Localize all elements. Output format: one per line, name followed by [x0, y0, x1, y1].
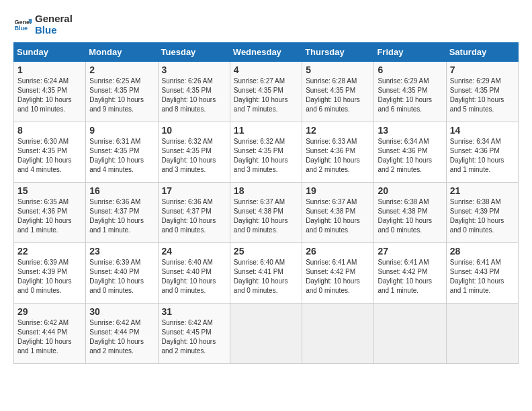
- day-cell: 6 Sunrise: 6:29 AM Sunset: 4:35 PM Dayli…: [374, 62, 446, 122]
- day-number: 26: [306, 246, 370, 257]
- svg-text:Blue: Blue: [14, 25, 28, 32]
- day-number: 28: [450, 246, 515, 257]
- day-detail: Sunrise: 6:35 AM Sunset: 4:36 PM Dayligh…: [17, 197, 82, 235]
- day-detail: Sunrise: 6:34 AM Sunset: 4:36 PM Dayligh…: [378, 137, 442, 175]
- day-number: 16: [89, 185, 154, 196]
- day-cell: 11 Sunrise: 6:32 AM Sunset: 4:35 PM Dayl…: [230, 122, 302, 183]
- day-number: 2: [89, 64, 154, 75]
- day-detail: Sunrise: 6:40 AM Sunset: 4:40 PM Dayligh…: [162, 258, 226, 295]
- week-row-4: 22 Sunrise: 6:39 AM Sunset: 4:39 PM Dayl…: [14, 243, 519, 304]
- day-cell: [230, 304, 302, 364]
- day-detail: Sunrise: 6:32 AM Sunset: 4:35 PM Dayligh…: [234, 137, 298, 175]
- day-cell: 21 Sunrise: 6:38 AM Sunset: 4:39 PM Dayl…: [446, 183, 518, 243]
- day-cell: 14 Sunrise: 6:34 AM Sunset: 4:36 PM Dayl…: [446, 122, 518, 183]
- day-cell: 7 Sunrise: 6:29 AM Sunset: 4:35 PM Dayli…: [446, 62, 518, 122]
- day-cell: 15 Sunrise: 6:35 AM Sunset: 4:36 PM Dayl…: [14, 183, 86, 243]
- day-cell: 24 Sunrise: 6:40 AM Sunset: 4:40 PM Dayl…: [158, 243, 230, 304]
- day-cell: 29 Sunrise: 6:42 AM Sunset: 4:44 PM Dayl…: [14, 304, 86, 364]
- day-number: 8: [17, 125, 82, 136]
- day-number: 20: [378, 185, 442, 196]
- header-row: SundayMondayTuesdayWednesdayThursdayFrid…: [14, 43, 519, 62]
- day-number: 1: [17, 64, 82, 75]
- day-number: 14: [450, 125, 515, 136]
- day-number: 19: [306, 185, 370, 196]
- day-number: 25: [234, 246, 298, 257]
- day-number: 29: [17, 306, 82, 317]
- col-header-saturday: Saturday: [446, 43, 518, 62]
- day-detail: Sunrise: 6:36 AM Sunset: 4:37 PM Dayligh…: [89, 197, 154, 235]
- day-cell: 25 Sunrise: 6:40 AM Sunset: 4:41 PM Dayl…: [230, 243, 302, 304]
- day-cell: 19 Sunrise: 6:37 AM Sunset: 4:38 PM Dayl…: [302, 183, 374, 243]
- day-detail: Sunrise: 6:39 AM Sunset: 4:40 PM Dayligh…: [89, 258, 154, 295]
- day-detail: Sunrise: 6:42 AM Sunset: 4:44 PM Dayligh…: [89, 318, 154, 356]
- day-detail: Sunrise: 6:42 AM Sunset: 4:45 PM Dayligh…: [162, 318, 226, 356]
- day-cell: 13 Sunrise: 6:34 AM Sunset: 4:36 PM Dayl…: [374, 122, 446, 183]
- day-number: 18: [234, 185, 298, 196]
- col-header-wednesday: Wednesday: [230, 43, 302, 62]
- day-number: 6: [378, 64, 442, 75]
- col-header-thursday: Thursday: [302, 43, 374, 62]
- week-row-3: 15 Sunrise: 6:35 AM Sunset: 4:36 PM Dayl…: [14, 183, 519, 243]
- day-cell: 4 Sunrise: 6:27 AM Sunset: 4:35 PM Dayli…: [230, 62, 302, 122]
- day-cell: 20 Sunrise: 6:38 AM Sunset: 4:38 PM Dayl…: [374, 183, 446, 243]
- day-number: 23: [89, 246, 154, 257]
- day-number: 21: [450, 185, 515, 196]
- day-detail: Sunrise: 6:36 AM Sunset: 4:37 PM Dayligh…: [162, 197, 226, 235]
- week-row-1: 1 Sunrise: 6:24 AM Sunset: 4:35 PM Dayli…: [14, 62, 519, 122]
- day-number: 27: [378, 246, 442, 257]
- day-cell: 2 Sunrise: 6:25 AM Sunset: 4:35 PM Dayli…: [86, 62, 158, 122]
- day-detail: Sunrise: 6:37 AM Sunset: 4:38 PM Dayligh…: [306, 197, 370, 235]
- day-cell: 30 Sunrise: 6:42 AM Sunset: 4:44 PM Dayl…: [86, 304, 158, 364]
- day-number: 4: [234, 64, 298, 75]
- day-detail: Sunrise: 6:24 AM Sunset: 4:35 PM Dayligh…: [17, 77, 82, 114]
- day-number: 15: [17, 185, 82, 196]
- day-cell: 31 Sunrise: 6:42 AM Sunset: 4:45 PM Dayl…: [158, 304, 230, 364]
- day-detail: Sunrise: 6:41 AM Sunset: 4:42 PM Dayligh…: [306, 258, 370, 295]
- day-detail: Sunrise: 6:27 AM Sunset: 4:35 PM Dayligh…: [234, 77, 298, 114]
- col-header-tuesday: Tuesday: [158, 43, 230, 62]
- day-detail: Sunrise: 6:41 AM Sunset: 4:43 PM Dayligh…: [450, 258, 515, 295]
- col-header-friday: Friday: [374, 43, 446, 62]
- day-number: 3: [162, 64, 226, 75]
- day-number: 11: [234, 125, 298, 136]
- col-header-monday: Monday: [86, 43, 158, 62]
- day-number: 5: [306, 64, 370, 75]
- col-header-sunday: Sunday: [14, 43, 86, 62]
- day-cell: 28 Sunrise: 6:41 AM Sunset: 4:43 PM Dayl…: [446, 243, 518, 304]
- day-detail: Sunrise: 6:29 AM Sunset: 4:35 PM Dayligh…: [450, 77, 515, 114]
- day-cell: 23 Sunrise: 6:39 AM Sunset: 4:40 PM Dayl…: [86, 243, 158, 304]
- day-cell: 17 Sunrise: 6:36 AM Sunset: 4:37 PM Dayl…: [158, 183, 230, 243]
- day-number: 22: [17, 246, 82, 257]
- day-cell: [446, 304, 518, 364]
- day-detail: Sunrise: 6:38 AM Sunset: 4:39 PM Dayligh…: [450, 197, 515, 235]
- week-row-5: 29 Sunrise: 6:42 AM Sunset: 4:44 PM Dayl…: [14, 304, 519, 364]
- calendar-table: SundayMondayTuesdayWednesdayThursdayFrid…: [13, 42, 519, 364]
- day-number: 12: [306, 125, 370, 136]
- day-detail: Sunrise: 6:33 AM Sunset: 4:36 PM Dayligh…: [306, 137, 370, 175]
- day-cell: 5 Sunrise: 6:28 AM Sunset: 4:35 PM Dayli…: [302, 62, 374, 122]
- day-number: 30: [89, 306, 154, 317]
- day-cell: 27 Sunrise: 6:41 AM Sunset: 4:42 PM Dayl…: [374, 243, 446, 304]
- day-detail: Sunrise: 6:39 AM Sunset: 4:39 PM Dayligh…: [17, 258, 82, 295]
- page-header: General Blue General Blue: [13, 13, 519, 36]
- day-detail: Sunrise: 6:28 AM Sunset: 4:35 PM Dayligh…: [306, 77, 370, 114]
- day-cell: 16 Sunrise: 6:36 AM Sunset: 4:37 PM Dayl…: [86, 183, 158, 243]
- day-cell: 10 Sunrise: 6:32 AM Sunset: 4:35 PM Dayl…: [158, 122, 230, 183]
- day-number: 31: [162, 306, 226, 317]
- day-cell: 18 Sunrise: 6:37 AM Sunset: 4:38 PM Dayl…: [230, 183, 302, 243]
- day-detail: Sunrise: 6:26 AM Sunset: 4:35 PM Dayligh…: [162, 77, 226, 114]
- day-detail: Sunrise: 6:40 AM Sunset: 4:41 PM Dayligh…: [234, 258, 298, 295]
- day-cell: 22 Sunrise: 6:39 AM Sunset: 4:39 PM Dayl…: [14, 243, 86, 304]
- day-detail: Sunrise: 6:34 AM Sunset: 4:36 PM Dayligh…: [450, 137, 515, 175]
- day-detail: Sunrise: 6:32 AM Sunset: 4:35 PM Dayligh…: [162, 137, 226, 175]
- day-number: 13: [378, 125, 442, 136]
- day-cell: 8 Sunrise: 6:30 AM Sunset: 4:35 PM Dayli…: [14, 122, 86, 183]
- logo-icon: General Blue: [13, 15, 32, 34]
- day-detail: Sunrise: 6:38 AM Sunset: 4:38 PM Dayligh…: [378, 197, 442, 235]
- day-detail: Sunrise: 6:42 AM Sunset: 4:44 PM Dayligh…: [17, 318, 82, 356]
- day-number: 9: [89, 125, 154, 136]
- day-detail: Sunrise: 6:30 AM Sunset: 4:35 PM Dayligh…: [17, 137, 82, 175]
- logo-general: General: [35, 13, 73, 25]
- day-cell: 3 Sunrise: 6:26 AM Sunset: 4:35 PM Dayli…: [158, 62, 230, 122]
- day-number: 10: [162, 125, 226, 136]
